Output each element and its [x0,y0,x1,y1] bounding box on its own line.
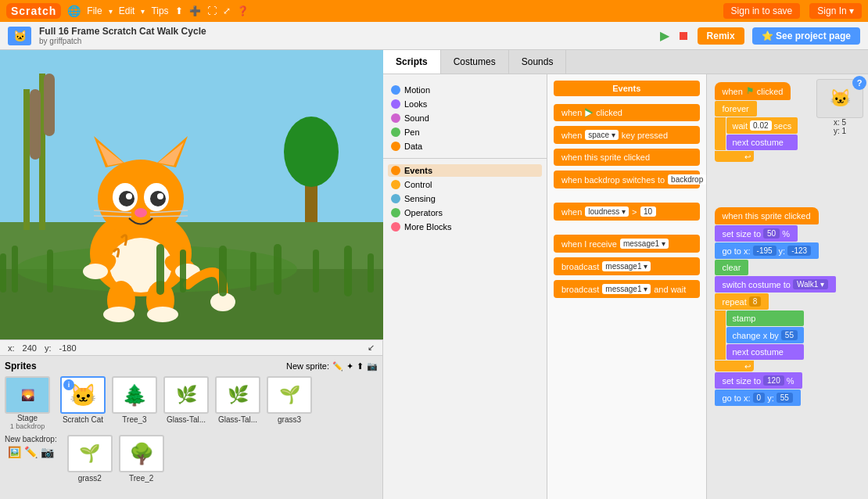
costume-dropdown[interactable]: Walk1 ▾ [793,279,828,289]
goto-final-x[interactable]: 0 [753,393,766,403]
canvas-block-change-x[interactable]: change x by 55 [726,327,804,343]
stage-art [0,50,383,339]
add-sprite-icon[interactable]: ✦ [346,361,353,372]
backdrop-dropdown[interactable]: backdrop [668,174,706,185]
category-looks[interactable]: Looks [388,98,542,110]
sprite-item-scratch-cat[interactable]: i 🐱 Scratch Cat [59,376,106,424]
tab-sounds[interactable]: Sounds [509,50,567,74]
block-when-sprite-clicked[interactable]: when this sprite clicked [554,149,700,166]
canvas-block-clear[interactable]: clear [715,260,749,275]
stop-button[interactable]: ⏹ [677,29,690,43]
category-control[interactable]: Control [388,178,542,191]
block-when-key-pressed[interactable]: when space ▾ key pressed [554,126,700,144]
canvas-block-when-flag[interactable]: when ⚑ clicked [715,82,791,100]
paint-sprite-icon[interactable]: ✏️ [332,361,343,372]
globe-icon[interactable]: 🌐 [67,5,81,17]
category-events[interactable]: Events [388,164,542,177]
sensing-dot [391,194,400,203]
file-menu[interactable]: File [87,5,102,16]
sprite-info-icon[interactable]: i [63,379,74,390]
category-more-blocks[interactable]: More Blocks [388,221,542,233]
sprite-item-glasstall1[interactable]: 🌿 Glass-Tal... [163,376,210,424]
stage-item[interactable]: 🌄 Stage 1 backdrop [5,376,50,430]
svg-rect-44 [274,244,282,295]
sprite-thumb-glasstall1: 🌿 [163,376,209,414]
wait-value[interactable]: 0.02 [750,120,771,131]
share-icon[interactable]: ⬆ [175,5,183,16]
svg-point-34 [103,307,135,322]
canvas-block-next-costume-2[interactable]: next costume [726,344,804,360]
shrink-icon[interactable]: ↙ [368,343,375,353]
when-backdrop-label: when backdrop switches to [561,175,665,185]
category-motion[interactable]: Motion [388,84,542,96]
tips-menu[interactable]: Tips [151,5,168,16]
tab-costumes[interactable]: Costumes [441,50,509,74]
receive-dropdown[interactable]: message1 ▾ [620,239,669,249]
canvas-block-switch-costume[interactable]: switch costume to Walk1 ▾ [715,276,837,293]
green-flag-button[interactable]: ▶ [660,28,669,43]
see-project-button[interactable]: ⭐ See project page [752,27,860,45]
broadcast-wait-dropdown[interactable]: message1 ▾ [602,284,651,294]
goto-final-y[interactable]: 55 [777,393,793,403]
paint-backdrop-icon[interactable]: 🖼️ [8,446,21,458]
loudness-dropdown[interactable]: loudness ▾ [585,206,629,217]
sign-in-button[interactable]: Sign In ▾ [809,3,862,19]
coord-bar: x: 240 y: -180 ↙ [0,339,382,355]
canvas-block-repeat-header[interactable]: repeat 8 [715,293,769,310]
key-dropdown[interactable]: space ▾ [585,130,618,140]
sprite-label-glasstall1: Glass-Tal... [167,415,206,424]
wait-label: wait [733,121,748,131]
repeat-value[interactable]: 8 [749,296,762,307]
block-when-backdrop[interactable]: when backdrop switches to backdrop [554,171,700,188]
sprite-item-tree3[interactable]: 🌲 Tree_3 [111,376,158,424]
upload-backdrop-icon[interactable]: ✏️ [24,446,38,458]
size-value-50[interactable]: 50 [763,228,780,239]
upload-sprite-icon[interactable]: ⬆ [357,361,364,372]
canvas-block-forever-header[interactable]: forever [715,101,757,117]
canvas-block-set-size-50[interactable]: set size to 50 % [715,225,798,242]
category-pen[interactable]: Pen [388,126,542,138]
camera-sprite-icon[interactable]: 📷 [367,361,378,372]
sign-in-save-button[interactable]: Sign in to save [723,3,801,19]
bottom-sprites-row: New backdrop: 🖼️ ✏️ 📷 🌱 grass2 🌳 Tree_2 [5,435,378,483]
category-operators[interactable]: Operators [388,206,542,219]
help-button[interactable]: ? [852,76,866,90]
block-broadcast-wait[interactable]: broadcast message1 ▾ and wait [554,280,700,298]
canvas-block-stamp[interactable]: stamp [726,311,804,326]
broadcast-dropdown[interactable]: message1 ▾ [602,261,651,271]
sprite-label-grass2: grass2 [78,474,102,483]
sprite-item-grass3[interactable]: 🌱 grass3 [266,376,313,424]
motion-label: Motion [404,85,430,95]
scratch-logo[interactable]: Scratch [6,3,61,19]
help-icon[interactable]: ❓ [237,5,249,16]
canvas-block-when-sprite[interactable]: when this sprite clicked [715,207,819,224]
goto-y-value[interactable]: -123 [787,246,811,256]
canvas-block-goto[interactable]: go to x: -195 y: -123 [715,242,820,259]
block-broadcast[interactable]: broadcast message1 ▾ [554,257,700,275]
category-data[interactable]: Data [388,140,542,153]
canvas-block-goto-final[interactable]: go to x: 0 y: 55 [715,390,801,406]
sprite-item-tree2[interactable]: 🌳 Tree_2 [118,435,165,483]
svg-point-22 [157,193,163,199]
remix-button[interactable]: Remix [698,27,744,45]
sprite-item-grass2[interactable]: 🌱 grass2 [66,435,113,483]
edit-menu[interactable]: Edit [119,5,135,16]
size-value-120[interactable]: 120 [763,375,784,386]
category-sound[interactable]: Sound [388,112,542,124]
canvas-block-set-size-120[interactable]: set size to 120 % [715,372,802,389]
canvas-block-wait[interactable]: wait 0.02 secs [726,117,798,134]
block-when-flag-clicked[interactable]: when ▶ clicked [554,104,700,121]
goto-x-value[interactable]: -195 [753,246,777,256]
camera-backdrop-icon[interactable]: 📷 [41,446,54,458]
tab-scripts[interactable]: Scripts [383,50,441,74]
sprite-item-glasstall2[interactable]: 🌿 Glass-Tal... [214,376,261,424]
category-sensing[interactable]: Sensing [388,192,542,205]
loudness-value[interactable]: 10 [640,206,656,217]
add-sprite-icon[interactable]: ➕ [189,5,201,16]
block-when-receive[interactable]: when I receive message1 ▾ [554,235,700,253]
compress-icon[interactable]: ⤢ [223,5,231,16]
block-when-loudness[interactable]: when loudness ▾ > 10 [554,203,700,221]
change-x-value[interactable]: 55 [781,330,798,340]
canvas-block-next-costume-1[interactable]: next costume [726,135,798,150]
fullscreen-icon[interactable]: ⛶ [207,5,217,16]
